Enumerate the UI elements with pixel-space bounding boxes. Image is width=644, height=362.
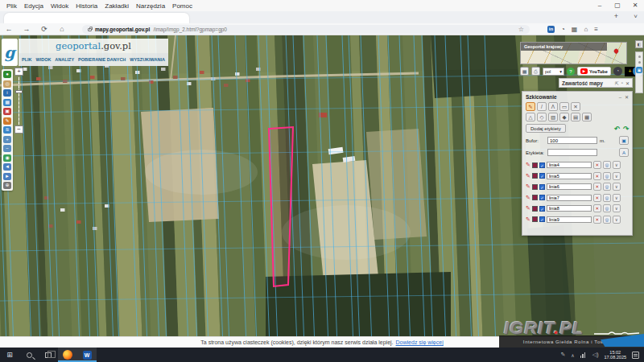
prev-view-icon[interactable]: ◄ <box>3 163 11 171</box>
color-swatch[interactable] <box>532 216 538 222</box>
expand-button[interactable]: ∨ <box>613 161 621 169</box>
tool-line[interactable]: / <box>537 102 547 111</box>
full-extent-icon[interactable]: ◉ <box>3 154 11 162</box>
zoom-out-icon[interactable]: − <box>3 145 11 152</box>
maximize-button[interactable]: ▢ <box>609 0 626 11</box>
menu-edycja[interactable]: Edycja <box>24 2 43 10</box>
tool-import[interactable]: △ <box>526 113 535 121</box>
tool-profile[interactable]: ▧ <box>548 113 558 121</box>
compass-icon[interactable]: ◎ <box>3 80 11 88</box>
about-icon[interactable]: ◔ <box>613 67 622 76</box>
word-taskbar-icon[interactable]: W <box>77 348 97 362</box>
redo-icon[interactable]: ↷ <box>623 125 629 133</box>
visibility-checkbox[interactable]: ✓ <box>539 206 545 212</box>
expand-button[interactable]: ∨ <box>613 216 621 224</box>
layer-name-input[interactable] <box>547 205 592 212</box>
maximize-icon[interactable]: ▫ <box>621 80 623 85</box>
feedback-icon[interactable]: ▣ <box>3 108 11 115</box>
zoom-in-icon[interactable]: + <box>3 136 11 143</box>
color-swatch[interactable] <box>532 162 538 168</box>
zoom-in-button[interactable]: + <box>14 68 23 76</box>
draw-icon[interactable]: ✎ <box>3 117 11 125</box>
expand-button[interactable]: ∨ <box>613 183 621 191</box>
url-bar[interactable]: mapy.geoportal.gov.pl /imap/Imgp_2.html?… <box>82 25 530 34</box>
layer-name-input[interactable] <box>547 162 592 168</box>
add-labels-button[interactable]: Dodaj etykiety <box>526 124 566 133</box>
bookmark-star-icon[interactable]: ☆ <box>518 26 524 33</box>
panel-close-icon[interactable]: ✕ <box>625 94 629 100</box>
layer-name-input[interactable] <box>547 173 592 179</box>
firefox-taskbar-icon[interactable] <box>58 348 77 362</box>
geoportal-logo[interactable]: g <box>2 39 18 66</box>
panel-minimize-icon[interactable]: – <box>619 95 621 100</box>
grid-icon[interactable]: ▦ <box>520 67 529 76</box>
tool-buffer[interactable]: ◆ <box>559 113 569 121</box>
color-swatch[interactable] <box>532 195 538 200</box>
help-icon[interactable]: ? <box>567 68 575 76</box>
start-button[interactable]: ⊞ <box>0 348 19 362</box>
delete-button[interactable]: ✕ <box>593 216 601 224</box>
home-icon[interactable]: ⌂ <box>53 25 71 33</box>
gp-menu-widok[interactable]: WIDOK <box>35 57 51 62</box>
linkedin-extension-icon[interactable]: in <box>547 26 555 33</box>
reload-icon[interactable]: ⟳ <box>35 25 53 33</box>
minimize-button[interactable]: – <box>591 0 609 11</box>
gp-menu-wyszukiwania[interactable]: WYSZUKIWANIA <box>130 57 165 62</box>
delete-button[interactable]: ✕ <box>593 172 601 180</box>
tool-erase[interactable]: ✕ <box>571 102 580 111</box>
expand-button[interactable]: ∨ <box>613 194 621 202</box>
language-select[interactable]: pol ▾ <box>543 68 564 76</box>
account-icon[interactable]: ◔ <box>561 26 565 33</box>
delete-button[interactable]: ✕ <box>593 183 601 191</box>
color-swatch[interactable] <box>532 206 538 212</box>
menu-plik[interactable]: Plik <box>6 2 17 10</box>
layer-name-input[interactable] <box>547 195 592 201</box>
gp-menu-analizy[interactable]: ANALIZY <box>55 57 74 62</box>
undo-icon[interactable]: ↶ <box>614 125 620 133</box>
buffer-apply-button[interactable]: ▣ <box>619 136 629 145</box>
menu-zakladki[interactable]: Zakładki <box>105 2 129 10</box>
zoom-to-button[interactable]: ◎ <box>603 172 611 180</box>
menu-pomoc[interactable]: Pomoc <box>172 2 192 10</box>
menu-historia[interactable]: Historia <box>76 2 97 10</box>
close-icon[interactable]: ✕ <box>625 80 630 86</box>
measure-icon[interactable]: ≋ <box>3 126 11 134</box>
map-contents-bar[interactable]: Zawartość mapy ⇱ ▫ ✕ <box>559 78 633 88</box>
hamburger-menu-icon[interactable]: ≡ <box>594 26 598 33</box>
menu-widok[interactable]: Widok <box>51 2 68 10</box>
active-tab[interactable] <box>4 13 189 23</box>
youtube-button[interactable]: ▶ YouTube <box>577 67 611 76</box>
pen-tray-icon[interactable]: ✎ <box>560 352 565 358</box>
zoom-to-button[interactable]: ◎ <box>603 204 611 212</box>
notification-center-icon[interactable] <box>632 352 639 359</box>
info-icon[interactable]: i <box>3 89 11 97</box>
color-swatch[interactable] <box>532 173 538 179</box>
panel-collapse-button[interactable]: ◧ <box>635 40 643 48</box>
tool-link[interactable]: ◇ <box>537 113 547 121</box>
forward-icon[interactable]: → <box>18 25 35 33</box>
zoom-to-button[interactable]: ◎ <box>603 194 611 202</box>
overview-minimap[interactable]: Geoportal krajowy <box>520 42 627 64</box>
gp-menu-plik[interactable]: PLIK <box>22 57 32 62</box>
taskbar-clock[interactable]: 15:02 17.08.2025 <box>604 350 626 360</box>
next-view-icon[interactable]: ► <box>3 173 11 180</box>
pocket-icon[interactable]: ⌂ <box>584 26 588 33</box>
visibility-checkbox[interactable]: ✓ <box>539 195 545 200</box>
visibility-checkbox[interactable]: ✓ <box>539 173 545 179</box>
layer-name-input[interactable] <box>547 216 592 223</box>
expand-button[interactable]: ∨ <box>613 204 621 212</box>
task-view-icon[interactable] <box>39 348 58 362</box>
buffer-input[interactable] <box>547 137 597 144</box>
new-tab-button[interactable]: + <box>614 12 618 20</box>
label-input[interactable] <box>547 149 597 156</box>
close-button[interactable]: ✕ <box>626 0 644 11</box>
cookie-link[interactable]: Dowiedz się więcej <box>396 339 444 345</box>
delete-button[interactable]: ✕ <box>593 194 601 202</box>
back-icon[interactable]: ← <box>0 25 18 33</box>
visibility-checkbox[interactable]: ✓ <box>539 184 545 190</box>
text-style-button[interactable]: A <box>619 148 629 157</box>
taskbar-search-icon[interactable] <box>19 348 39 362</box>
zoom-track[interactable] <box>19 76 19 125</box>
zoom-handle[interactable] <box>15 90 23 93</box>
camera-icon[interactable]: ▣ <box>636 67 642 73</box>
